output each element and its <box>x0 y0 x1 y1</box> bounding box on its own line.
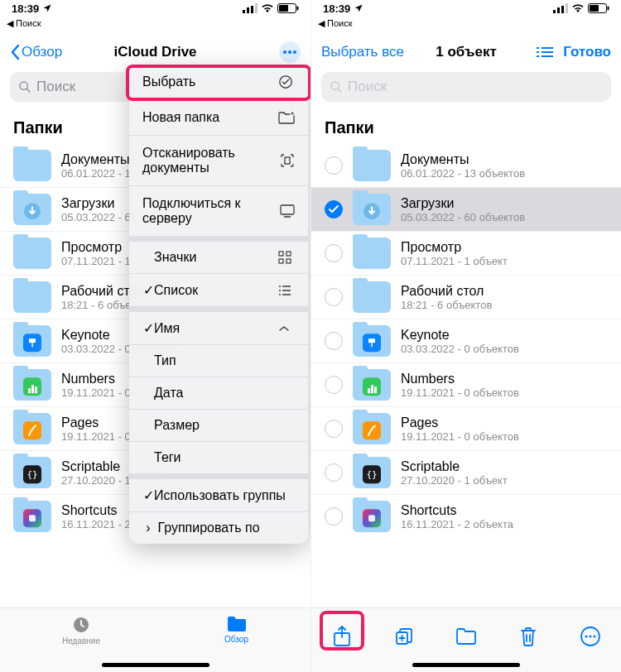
delete-button[interactable] <box>512 620 545 653</box>
ellipsis-icon <box>283 50 296 54</box>
svg-rect-44 <box>368 515 375 521</box>
svg-rect-13 <box>29 338 36 343</box>
search-input[interactable]: Поиск <box>321 72 611 102</box>
selection-radio[interactable] <box>325 420 343 438</box>
wifi-icon <box>571 3 585 13</box>
folder-thumbnail <box>353 194 391 225</box>
svg-rect-37 <box>590 5 599 12</box>
menu-sort-size[interactable]: Размер <box>129 410 308 441</box>
more-button[interactable] <box>574 620 607 653</box>
folder-name: Pages <box>401 415 519 430</box>
svg-point-8 <box>288 50 291 54</box>
folder-row[interactable]: Просмотр07.11.2021 - 1 объект <box>311 231 621 275</box>
nav-title: 1 объект <box>436 44 497 60</box>
cellular-icon <box>243 3 258 13</box>
menu-sort-type[interactable]: Тип <box>129 345 308 377</box>
back-button[interactable]: Обзор <box>10 44 62 60</box>
folder-row[interactable]: {}Scriptable27.10.2020 - 1 объект <box>311 450 621 494</box>
view-list-icon[interactable] <box>542 47 553 57</box>
back-to-search[interactable]: ◀ Поиск <box>0 17 310 34</box>
wifi-icon <box>261 3 274 13</box>
folder-thumbnail <box>13 369 51 401</box>
selection-radio[interactable] <box>325 156 343 175</box>
menu-view-list[interactable]: ✓Список <box>129 274 308 306</box>
selection-radio[interactable] <box>325 288 343 306</box>
folder-subtitle: 07.11.2021 - 1 объект <box>401 255 508 267</box>
menu-connect-server[interactable]: Подключиться к серверу <box>129 186 308 236</box>
folder-thumbnail: {} <box>353 457 391 488</box>
share-icon <box>333 626 351 647</box>
nav-title: iCloud Drive <box>113 44 196 60</box>
svg-rect-35 <box>566 3 568 13</box>
selection-radio[interactable] <box>325 507 343 526</box>
done-button[interactable]: Готово <box>563 44 611 60</box>
folder-row[interactable]: Numbers19.11.2021 - 0 объектов <box>311 362 621 406</box>
clock-icon <box>71 615 91 635</box>
tab-recent[interactable]: Недавние <box>62 615 100 672</box>
folder-thumbnail <box>13 325 51 357</box>
folder-row[interactable]: Документы06.01.2022 - 13 объектов <box>311 144 621 187</box>
phone-left: 18:39 ◀ Поиск Обзор iCloud Drive Поиск П… <box>0 0 310 672</box>
folder-row[interactable]: Загрузки05.03.2022 - 60 объектов <box>311 187 621 231</box>
search-placeholder: Поиск <box>36 79 75 95</box>
svg-rect-19 <box>285 157 290 164</box>
svg-line-40 <box>338 89 341 92</box>
cellular-icon <box>553 3 568 13</box>
folder-list: Документы06.01.2022 - 13 объектовЗагрузк… <box>311 144 621 538</box>
back-to-search[interactable]: ◀ Поиск <box>311 17 621 34</box>
menu-sort-date[interactable]: Дата <box>129 377 308 409</box>
selection-radio[interactable] <box>325 332 343 350</box>
folder-name: Документы <box>401 152 525 167</box>
menu-view-icons[interactable]: Значки <box>129 242 308 273</box>
menu-sort-tags[interactable]: Теги <box>129 442 308 473</box>
status-right <box>553 3 609 13</box>
menu-scan-documents[interactable]: Отсканировать документы <box>129 136 308 185</box>
folder-row[interactable]: Pages19.11.2021 - 0 объектов <box>311 406 621 450</box>
folder-thumbnail <box>353 369 391 401</box>
svg-rect-22 <box>279 252 283 256</box>
folder-subtitle: 06.01.2022 - 13 объектов <box>401 167 525 180</box>
selection-radio[interactable] <box>325 244 343 262</box>
folder-row[interactable]: Shortcuts16.11.2021 - 2 объекта <box>311 494 621 538</box>
folder-thumbnail <box>353 413 391 444</box>
svg-point-50 <box>593 636 595 638</box>
checkmark-circle-icon <box>278 74 295 89</box>
menu-sort-name[interactable]: ✓Имя <box>129 312 308 344</box>
select-all-button[interactable]: Выбрать все <box>321 44 404 60</box>
move-button[interactable] <box>450 620 483 653</box>
svg-point-7 <box>283 50 286 54</box>
svg-rect-1 <box>247 7 249 13</box>
duplicate-button[interactable] <box>388 620 421 653</box>
folder-subtitle: 03.03.2022 - 0 объектов <box>401 343 519 355</box>
menu-group-by[interactable]: › Группировать по <box>129 512 308 544</box>
home-indicator[interactable] <box>102 663 209 667</box>
svg-rect-0 <box>243 10 245 13</box>
svg-rect-6 <box>297 7 299 11</box>
selection-radio[interactable] <box>325 200 343 218</box>
more-button[interactable] <box>279 41 301 63</box>
tab-browse[interactable]: Обзор <box>224 615 248 672</box>
menu-use-groups[interactable]: ✓Использовать группы <box>129 479 308 511</box>
folder-name: Keynote <box>401 328 519 343</box>
folder-plus-icon <box>278 111 295 124</box>
menu-new-folder[interactable]: Новая папка <box>129 100 308 135</box>
svg-point-48 <box>585 636 587 638</box>
folder-row[interactable]: Keynote03.03.2022 - 0 объектов <box>311 319 621 362</box>
folder-row[interactable]: Рабочий стол18:21 - 6 объектов <box>311 275 621 319</box>
folder-thumbnail <box>13 501 51 532</box>
folder-thumbnail <box>353 501 391 532</box>
share-button[interactable] <box>325 620 359 653</box>
svg-rect-15 <box>29 515 36 521</box>
folder-name: Просмотр <box>401 240 508 255</box>
menu-select[interactable]: Выбрать <box>129 65 308 99</box>
svg-rect-32 <box>553 10 556 13</box>
folder-subtitle: 19.11.2021 - 0 объектов <box>401 386 519 399</box>
selection-radio[interactable] <box>325 376 343 394</box>
folder-thumbnail <box>13 194 51 225</box>
home-indicator[interactable] <box>412 663 520 667</box>
selection-radio[interactable] <box>325 463 343 482</box>
folder-subtitle: 16.11.2021 - 2 объекта <box>401 518 513 530</box>
status-time: 18:39 <box>323 2 350 15</box>
status-bar: 18:39 <box>0 0 310 17</box>
status-time: 18:39 <box>12 2 39 15</box>
